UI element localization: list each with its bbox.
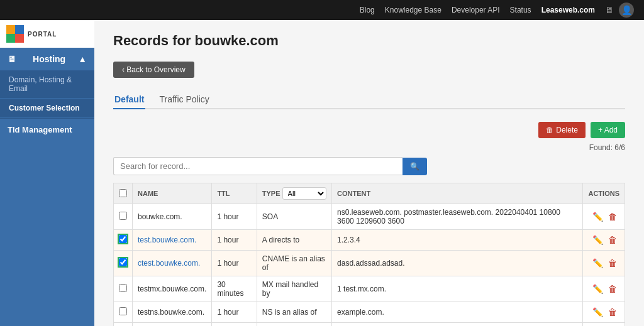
topbar-link-api[interactable]: Developer API (452, 6, 500, 14)
avatar-area: 🖥 👤 (605, 3, 634, 18)
row-checkbox[interactable] (119, 284, 127, 292)
topbar-link-kb[interactable]: Knowledge Base (385, 6, 441, 14)
row-name: testmx.bouwke.com. (133, 276, 212, 302)
row-content: "asdasdadadad" (332, 323, 583, 327)
row-checkbox-cell (114, 276, 133, 302)
table-row: test.bouwke.com.1 hourA directs to1.2.3.… (114, 230, 625, 251)
svg-rect-1 (15, 25, 24, 34)
toolbar: 🗑 Delete + Add (113, 122, 625, 138)
logo-text: PORTAL (28, 31, 57, 38)
main-content: Records for bouwke.com ‹ Back to Overvie… (94, 20, 644, 326)
select-all-checkbox[interactable] (119, 189, 127, 197)
table-header-type: TYPE All A AAAA CNAME MX NS SOA TXT (257, 183, 331, 204)
row-name: testtxt.bouwke.com. (133, 323, 212, 327)
edit-button[interactable]: ✏️ (590, 210, 606, 223)
sidebar-logo: PORTAL (0, 20, 94, 48)
row-actions: ✏️🗑 (583, 230, 625, 251)
page-title: Records for bouwke.com (113, 33, 625, 49)
search-button[interactable]: 🔍 (402, 158, 427, 175)
row-name: bouwke.com. (133, 204, 212, 230)
row-ttl: 1 hour (212, 204, 257, 230)
chevron-up-icon: ▲ (78, 54, 87, 64)
row-type: SOA (257, 204, 331, 230)
row-content: ns0.leaseweb.com. postmaster.leaseweb.co… (332, 204, 583, 230)
sidebar-hosting-section: 🖥 Hosting ▲ Domain, Hosting & Email Cust… (0, 48, 94, 118)
svg-rect-0 (6, 25, 15, 34)
monitor-icon: 🖥 (605, 5, 614, 15)
table-header-ttl: TTL (212, 183, 257, 204)
row-ttl: 1 hour (212, 230, 257, 251)
delete-button[interactable]: 🗑 Delete (538, 122, 586, 138)
svg-rect-3 (15, 34, 24, 43)
sidebar-item-customer-selection[interactable]: Customer Selection (0, 99, 94, 118)
table-header-name: NAME (133, 183, 212, 204)
top-bar: Blog Knowledge Base Developer API Status… (0, 0, 644, 20)
topbar-link-site[interactable]: Leaseweb.com (541, 6, 595, 14)
row-delete-button[interactable]: 🗑 (606, 306, 619, 318)
row-delete-button[interactable]: 🗑 (606, 234, 619, 246)
table-row: testtxt.bouwke.com.1 hourTXT returns"asd… (114, 323, 625, 327)
sidebar-item-tld-management[interactable]: Tld Management (0, 118, 94, 141)
edit-button[interactable]: ✏️ (590, 257, 606, 269)
row-name: test.bouwke.com. (133, 230, 212, 251)
row-actions: ✏️🗑 (583, 323, 625, 327)
search-input[interactable] (113, 157, 402, 175)
table-row: ctest.bouwke.com.1 hourCNAME is an alias… (114, 251, 625, 276)
row-content: dasd.adssad.adsad. (332, 251, 583, 276)
back-button[interactable]: ‹ Back to Overview (113, 62, 194, 78)
sidebar-sub-menu: Domain, Hosting & Email Customer Selecti… (0, 70, 94, 118)
row-ttl: 30 minutes (212, 276, 257, 302)
row-checkbox-cell (114, 230, 133, 251)
row-content: example.com. (332, 302, 583, 323)
table-row: testns.bouwke.com.1 hourNS is an alias o… (114, 302, 625, 323)
tabs: Default Traffic Policy (113, 90, 625, 109)
tab-default[interactable]: Default (113, 90, 145, 109)
records-table: NAME TTL TYPE All A AAAA CNAME MX NS SOA… (113, 183, 625, 326)
search-bar: 🔍 (113, 157, 625, 175)
tab-traffic-policy[interactable]: Traffic Policy (158, 90, 210, 109)
avatar[interactable]: 👤 (619, 3, 634, 18)
svg-rect-2 (6, 34, 15, 43)
row-name-link[interactable]: ctest.bouwke.com. (138, 259, 200, 268)
row-checkbox[interactable] (119, 212, 127, 220)
hosting-icon: 🖥 (8, 54, 16, 64)
row-content: 1.2.3.4 (332, 230, 583, 251)
row-type: MX mail handled by (257, 276, 331, 302)
row-content: 1 test.mx.com. (332, 276, 583, 302)
sidebar-item-hosting[interactable]: 🖥 Hosting ▲ (0, 48, 94, 70)
topbar-link-blog[interactable]: Blog (360, 6, 375, 14)
row-type: A directs to (257, 230, 331, 251)
add-button[interactable]: + Add (591, 122, 625, 138)
sidebar-hosting-label: Hosting (33, 54, 65, 64)
table-header-actions: ACTIONS (583, 183, 625, 204)
row-checkbox-cell (114, 204, 133, 230)
row-type: CNAME is an alias of (257, 251, 331, 276)
sidebar-item-domain-hosting[interactable]: Domain, Hosting & Email (0, 70, 94, 99)
row-checkbox[interactable] (119, 307, 127, 315)
edit-button[interactable]: ✏️ (590, 283, 606, 295)
table-row: bouwke.com.1 hourSOAns0.leaseweb.com. po… (114, 204, 625, 230)
row-actions: ✏️🗑 (583, 204, 625, 230)
row-ttl: 1 hour (212, 251, 257, 276)
row-checkbox[interactable] (119, 235, 127, 243)
row-ttl: 1 hour (212, 323, 257, 327)
row-actions: ✏️🗑 (583, 251, 625, 276)
table-header-checkbox (114, 183, 133, 204)
edit-button[interactable]: ✏️ (590, 234, 606, 246)
row-checkbox-cell (114, 251, 133, 276)
row-delete-button[interactable]: 🗑 (606, 257, 619, 269)
row-checkbox-cell (114, 323, 133, 327)
row-delete-button[interactable]: 🗑 (606, 210, 619, 223)
topbar-link-status[interactable]: Status (510, 6, 531, 14)
leaseweb-logo-icon (6, 25, 24, 43)
trash-icon: 🗑 (546, 126, 553, 134)
table-row: testmx.bouwke.com.30 minutesMX mail hand… (114, 276, 625, 302)
row-actions: ✏️🗑 (583, 276, 625, 302)
row-name: ctest.bouwke.com. (133, 251, 212, 276)
type-filter-select[interactable]: All A AAAA CNAME MX NS SOA TXT (282, 187, 326, 200)
row-ttl: 1 hour (212, 302, 257, 323)
row-checkbox[interactable] (119, 258, 127, 266)
edit-button[interactable]: ✏️ (590, 306, 606, 318)
row-delete-button[interactable]: 🗑 (606, 283, 619, 295)
row-name-link[interactable]: test.bouwke.com. (138, 236, 196, 244)
